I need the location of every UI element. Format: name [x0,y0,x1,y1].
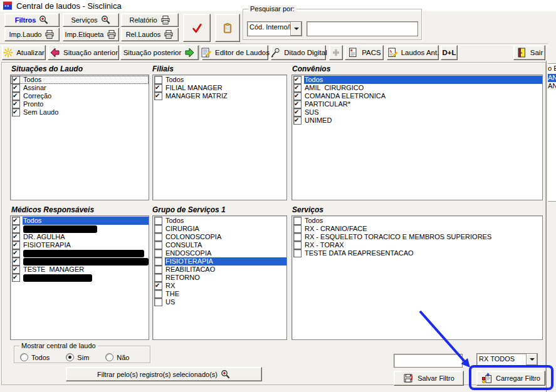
checkbox-icon[interactable] [154,257,162,266]
search-type-combobox[interactable]: Cód. Interno/Lau [247,21,302,36]
checkbox-icon[interactable] [12,108,20,116]
radio-option[interactable]: Sim [66,353,89,361]
filtrar-registros-button[interactable]: Filtrar pelo(s) registro(s) selecionado(… [66,367,262,381]
checkbox-icon[interactable] [293,233,302,241]
checklist-item[interactable]: PARTICULAR* [292,100,542,108]
checklist-item[interactable]: Pronto [11,100,149,108]
checklist-item[interactable]: Todos [292,217,542,225]
search-input[interactable] [307,21,418,36]
checkbox-icon[interactable] [154,225,162,233]
clipboard-button[interactable] [215,14,240,42]
rel-laudos-button[interactable]: Rel.Laudos [121,28,179,41]
imp-laudo-button[interactable]: Imp.Laudo [4,28,60,41]
checklist-item[interactable]: Sem Laudo [11,108,149,116]
saved-filter-combobox[interactable]: RX TODOS [476,353,538,366]
salvar-filtro-button[interactable]: Salvar Filtro [394,371,464,386]
relatorio-button[interactable]: Relatório [121,13,179,27]
checklist-item[interactable]: ENDOSCOPIA [153,249,286,257]
chevron-down-icon[interactable] [526,354,537,365]
checklist-item[interactable]: THE [153,290,286,298]
checklist-item[interactable]: COMANDA ELETRONICA [292,92,542,100]
checklist-item[interactable]: SUS [292,108,542,116]
checklist-item[interactable]: MANAGER MATRIZ [153,92,286,100]
checkbox-icon[interactable] [154,233,162,241]
checklist-item[interactable]: RX - CRANIO/FACE [292,225,542,233]
checklist-item[interactable]: FISIOTERAPIA [153,257,286,266]
checklist-item[interactable]: COLONOSCOPIA [153,233,286,241]
checkbox-icon[interactable] [293,241,302,249]
checkbox-icon[interactable] [154,282,162,290]
checklist-item[interactable]: UNIMED [292,116,542,125]
checkbox-icon[interactable] [293,116,302,125]
checklist-item[interactable] [11,257,149,266]
situacao-posterior-button[interactable]: Situação posterior [120,45,199,60]
pacs-button[interactable]: PACS [345,45,384,60]
checkbox-icon[interactable] [12,274,20,282]
checklist-item[interactable] [11,249,149,257]
dl-button[interactable]: D+L [441,45,458,60]
sair-button[interactable]: Sair [513,45,545,60]
checklist-item[interactable]: AMIL CIRURGICO [292,84,542,92]
plus-button[interactable] [329,45,343,60]
checklist-item[interactable]: REABILITACAO [153,266,286,274]
imp-etiqueta-button[interactable]: Imp.Etiqueta [63,28,119,41]
checkbox-icon[interactable] [293,217,302,225]
servicos-button[interactable]: Serviços [63,13,119,27]
editor-laudos-button[interactable]: Editor de Laudos [202,45,268,60]
checkbox-icon[interactable] [293,225,302,233]
situacoes-checklist[interactable]: Todos Assinar Correção Pronto Sem Laudo [10,75,149,200]
checklist-item[interactable]: CIRURGIA [153,225,286,233]
radio-icon[interactable] [20,353,28,361]
checklist-item[interactable]: FISIOTERAPIA [11,241,149,249]
printer-icon [107,29,117,39]
checkbox-icon[interactable] [154,241,162,249]
checklist-item[interactable]: Todos [153,217,286,225]
checklist-item[interactable]: RETORNO [153,274,286,282]
servicos-checklist[interactable]: Todos RX - CRANIO/FACE RX - ESQUELETO TO… [291,215,543,340]
checklist-item[interactable]: TESTE MANAGER [11,266,149,274]
atualizar-button[interactable]: Atualizar [2,45,46,60]
background-grid-row: ANC [548,82,556,90]
convenios-checklist[interactable]: Todos AMIL CIRURGICO COMANDA ELETRONICA … [291,75,543,200]
carregar-filtro-button[interactable]: Carregar Filtro [476,371,545,386]
grupo-servicos-checklist[interactable]: Todos CIRURGIA COLONOSCOPIA CONSULTA END… [152,215,287,340]
checklist-item[interactable]: Todos [153,76,286,84]
confirm-button[interactable] [183,14,211,42]
checklist-item[interactable]: DR. AGULHA [11,233,149,241]
chevron-down-icon[interactable] [290,22,302,36]
checklist-item[interactable]: Todos [11,76,149,84]
checklist-item[interactable] [11,274,149,282]
laudos-ant-button[interactable]: Laudos Ant. [387,45,439,60]
checklist-item[interactable]: Todos [11,217,149,225]
checklist-item[interactable] [11,225,149,233]
checkbox-icon[interactable] [293,249,302,257]
filter-name-input[interactable] [394,354,463,368]
checklist-item[interactable]: RX [153,282,286,290]
checklist-item[interactable]: RX - ESQUELETO TORACICO E MEMBROS SUPERI… [292,233,542,241]
checkbox-icon[interactable] [154,290,162,298]
printer-icon [160,15,170,25]
app-icon [3,1,13,11]
checkbox-icon[interactable] [154,266,162,274]
radio-icon[interactable] [66,353,74,361]
checkbox-icon[interactable] [154,217,162,225]
checklist-item[interactable]: Todos [292,76,542,84]
radio-option[interactable]: Não [105,353,129,361]
filtros-button[interactable]: Filtros [4,13,60,27]
situacao-anterior-button[interactable]: Situação anterior [48,45,119,60]
checklist-item[interactable]: Correção [11,92,149,100]
checkbox-icon[interactable] [154,298,162,306]
checkbox-icon[interactable] [154,92,162,100]
ditado-digital-button[interactable]: Ditado Digital [271,45,326,60]
checklist-item[interactable]: CONSULTA [153,241,286,249]
radio-option[interactable]: Todos [20,353,50,361]
checklist-item[interactable]: Assinar [11,84,149,92]
radio-icon[interactable] [105,353,113,361]
checklist-item[interactable]: TESTE DATA REAPRESENTACAO [292,249,542,257]
filiais-checklist[interactable]: Todos FILIAL MANAGER MANAGER MATRIZ [152,75,287,200]
checklist-item[interactable]: RX - TORAX [292,241,542,249]
checkbox-icon[interactable] [154,249,162,257]
medicos-checklist[interactable]: Todos DR. AGULHA FISIOTERAPIA TESTE MANA… [10,215,149,340]
checklist-item[interactable]: FILIAL MANAGER [153,84,286,92]
checklist-item[interactable]: US [153,298,286,306]
